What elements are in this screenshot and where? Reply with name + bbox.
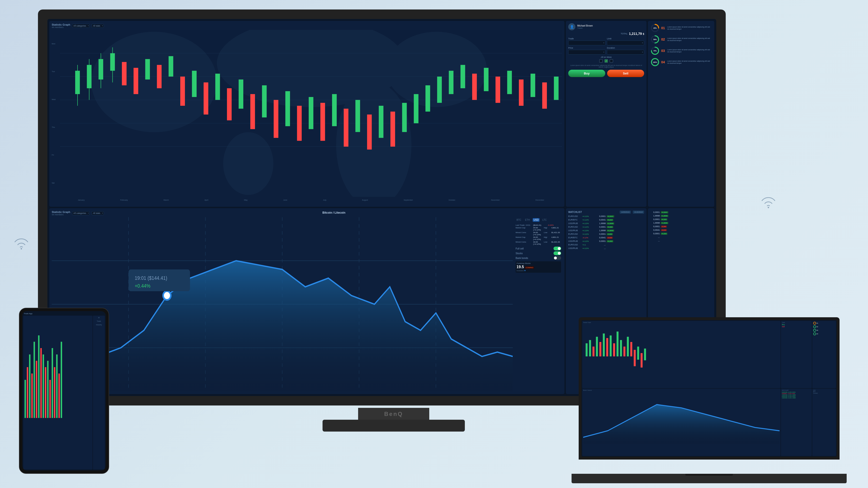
svg-rect-75: [586, 343, 587, 357]
wifi-left-icon: [12, 236, 31, 252]
laptop-screen-bezel: Statistic Graph: [579, 317, 840, 460]
total-value: 1,211,79 $: [629, 32, 644, 36]
price-input-wrap[interactable]: [568, 50, 606, 55]
svg-rect-26: [250, 94, 255, 129]
checkbox-3[interactable]: [610, 59, 613, 63]
stat-item-02: 50% 02 Lorem ipsum dolor sit amet consec…: [650, 35, 712, 44]
svg-point-69: [163, 291, 171, 300]
buy-button[interactable]: Buy: [568, 70, 605, 77]
wr-badge-5: -0,010: [661, 229, 667, 231]
stat-text-04: Lorem ipsum dolor sit amet consectetur a…: [668, 60, 712, 64]
wl-change-7: +4.12%: [582, 240, 595, 242]
full-cell-toggle-row: Full cell: [516, 247, 561, 250]
trade-panel: 👤 Michael Brown Trader TOTAL: 1,211,79 $: [566, 21, 647, 207]
stat-num-01: 01: [661, 26, 666, 30]
mined-coins-row2: Mined Coins 34.00 (+4.12%) Low $1,421.33: [516, 241, 561, 245]
watchlist-right-row-5: 0,0041 -0,010: [650, 228, 712, 232]
lp-stat-num-3: 03: [816, 330, 818, 331]
month-jul: July: [323, 199, 326, 201]
checkbox-1[interactable]: [599, 59, 602, 63]
limit-input-wrap[interactable]: [607, 40, 644, 45]
month-feb: February: [120, 199, 128, 201]
laptop-panel-watchlist: WATCHLIST EUR/USD +4.12% 0,0001 EUR/BTC …: [781, 389, 812, 456]
watchlist-row-7: USD/RUB +4.12% 0,0001 +0,000: [568, 240, 644, 243]
btc-value-row: 19.5 COMING: [517, 265, 560, 269]
svg-text:19:01 ($144.41): 19:01 ($144.41): [135, 275, 167, 281]
svg-rect-27: [262, 85, 267, 117]
main-chart-title: Statistic Graph: [52, 23, 70, 26]
wl-badge-6: -0,010: [607, 237, 613, 239]
svg-point-73: [21, 248, 22, 249]
wl-badge-7: +0,000: [607, 240, 613, 242]
wr-badge-2: +0,000: [661, 218, 668, 220]
btc-chart-subtitle: Statistic Graph: [52, 211, 70, 213]
limit-input[interactable]: [607, 40, 644, 45]
trade-input[interactable]: [568, 40, 606, 45]
wl-badge-4: +1,9999: [607, 230, 614, 232]
phone-sidebar-trade[interactable]: Trade: [94, 320, 104, 323]
price-input[interactable]: [568, 50, 606, 55]
low-val: $1,421.33: [551, 232, 561, 236]
btc-stats-dropdown[interactable]: All stats: [92, 211, 104, 215]
watchlist-right-rows: 0,0001 +0,0001 1,9998 +1,9999 0,0001 +0,…: [650, 211, 712, 243]
stocks-toggle-row: Stocks: [516, 251, 561, 255]
checkbox-2[interactable]: [604, 59, 608, 63]
categories-dropdown[interactable]: All categories: [72, 24, 90, 28]
duration-input[interactable]: [607, 50, 644, 55]
wl-pair-6: EUR/BTC: [568, 236, 581, 239]
tab-usd[interactable]: USD: [533, 218, 539, 222]
wr-badge-6: +0,000: [661, 233, 668, 235]
full-cell-toggle[interactable]: [554, 247, 561, 250]
watchlist-date1: 14/5/2019: [620, 211, 631, 214]
phone-sidebar-m[interactable]: M: [94, 316, 104, 319]
wl-pair-7: USD/RUB: [568, 240, 581, 242]
phone-sidebar-industry[interactable]: Industry: [94, 324, 104, 326]
stocks-toggle[interactable]: [554, 251, 561, 255]
wl-badge-2: +1,9999: [607, 222, 614, 224]
svg-rect-50: [530, 74, 535, 97]
wl-badge-5: -0,000: [607, 233, 613, 235]
watchlist-row-9: USD/RUB +4.12% ...: [568, 247, 644, 250]
laptop-panel-trade: Trade Buy Sell: [781, 321, 812, 388]
trade-label: Trade: [568, 37, 606, 40]
wifi-icon-svg-right: [759, 195, 778, 209]
btc-chart-sub2: 44 members: [52, 213, 70, 216]
day-mon: Mon: [52, 43, 60, 45]
tab-btc[interactable]: BTC: [516, 218, 522, 222]
svg-rect-43: [449, 71, 454, 94]
market-cap-val2: 34.00 (+4.12%): [533, 236, 543, 240]
svg-rect-37: [379, 106, 383, 138]
market-cap-row2: Market Cap 34.00 (+4.12%) Higt 4,801.21: [516, 236, 561, 240]
watchlist-rows: EUR/USD +4.12% 0,0001 +0,0001 EUR/BTC +4…: [568, 215, 644, 250]
wifi-right-icon: [759, 195, 778, 210]
sell-button[interactable]: Sell: [607, 70, 644, 77]
svg-rect-106: [54, 367, 55, 418]
stat-percent-01: 25%: [653, 27, 657, 29]
wl-pair-9: USD/RUB: [568, 247, 581, 249]
wl-price-7: 0,0001: [596, 240, 606, 242]
total-amount: 1,211,79: [629, 32, 642, 36]
trade-field: Trade: [568, 37, 606, 45]
lp-wl-row5: USD/RUB +4.12% 1,9998: [782, 397, 811, 399]
bank-bonds-toggle[interactable]: [554, 256, 561, 260]
day-tue: Tue: [52, 70, 60, 72]
stat-circle-02: 50%: [650, 35, 660, 44]
duration-input-wrap[interactable]: [607, 50, 644, 55]
stocks-label: Stocks: [516, 252, 523, 255]
last-trade-val: ($144.41): [533, 224, 547, 226]
tab-eth[interactable]: ETH: [524, 218, 531, 222]
stat-percent-04: 100%: [653, 61, 657, 63]
lp-chart-title: Statistic Graph: [583, 322, 779, 323]
watchlist-header: WATCHLIST 14/5/2019 21/3/2019: [568, 211, 644, 214]
svg-rect-104: [49, 380, 51, 418]
month-sep: September: [404, 199, 413, 201]
trade-input-wrap[interactable]: [568, 40, 606, 45]
limit-label: Limit: [607, 37, 644, 40]
btc-categories-dropdown[interactable]: All categories: [72, 211, 90, 215]
svg-rect-83: [613, 343, 615, 357]
stat-percent-03: 75%: [653, 50, 657, 52]
svg-rect-23: [215, 74, 220, 100]
tab-ltc[interactable]: LTC: [541, 218, 548, 222]
stats-dropdown[interactable]: All stats: [92, 24, 104, 28]
svg-rect-29: [285, 91, 290, 126]
